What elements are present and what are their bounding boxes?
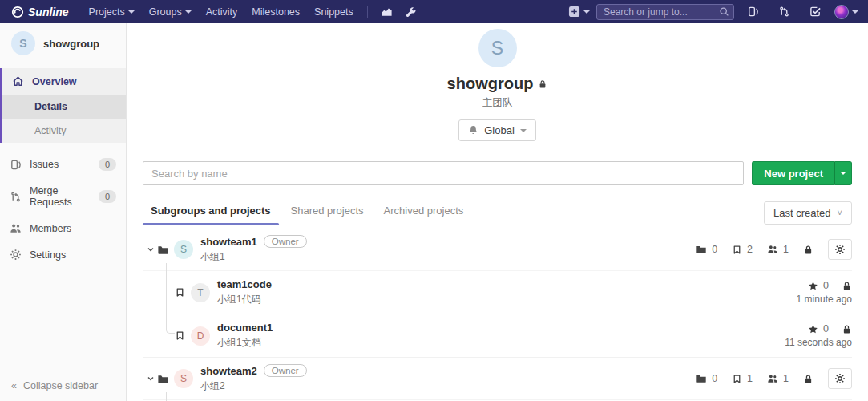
group-avatar: S [478,29,517,67]
global-search-input[interactable] [596,4,734,20]
projects-count[interactable]: 1 [732,373,753,384]
group-block: S showteam2 Owner 小组2 0 1 [143,357,852,401]
lock-icon [538,79,547,89]
area-chart-icon[interactable] [374,6,399,18]
group-row[interactable]: S showteam1 Owner 小组1 0 2 [143,229,852,270]
groups-list: S showteam1 Owner 小组1 0 2 [143,229,852,401]
folder-icon [696,244,707,255]
group-name-link[interactable]: showteam2 [200,365,257,377]
project-name-link[interactable]: team1code [217,278,272,290]
merge-requests-icon[interactable] [772,6,797,18]
members-count[interactable]: 1 [767,244,789,255]
bookmark-icon [175,287,185,298]
project-description: 小组1代码 [217,293,272,306]
tab-subgroups-and-projects[interactable]: Subgroups and projects [143,200,279,225]
project-avatar[interactable]: D [191,326,210,346]
plus-menu-icon[interactable] [568,6,590,18]
notification-setting-button[interactable]: Global [458,119,536,141]
group-avatar[interactable]: S [174,240,193,259]
page-title: showgroup [447,75,534,93]
app-logo[interactable]: Sunline [11,6,69,18]
new-project-split-button: New project [752,161,852,185]
subgroups-count[interactable]: 0 [696,373,717,384]
chevron-down-icon [520,129,527,132]
project-name-link[interactable]: document1 [217,322,273,334]
sidebar-overview-group: Overview Details Activity [0,68,126,143]
nav-milestones[interactable]: Milestones [244,6,307,18]
new-project-dropdown-button[interactable] [834,161,852,185]
group-description: 主团队 [143,96,852,110]
tab-shared-projects[interactable]: Shared projects [283,200,372,225]
nav-snippets[interactable]: Snippets [307,6,361,18]
issues-icon[interactable] [741,6,765,18]
bell-icon [468,125,478,136]
filter-by-name-input[interactable] [143,161,744,185]
tab-archived-projects[interactable]: Archived projects [376,200,472,225]
sidebar-item-settings[interactable]: Settings [0,241,126,268]
project-description: 小组1文档 [217,336,273,350]
subgroups-count[interactable]: 0 [696,244,717,255]
sidebar-item-merge-requests[interactable]: Merge Requests 0 [0,178,126,215]
group-children: T team1code 小组1代码 0 1 minute ago D docum… [143,270,852,357]
chevron-down-icon [852,10,858,14]
group-settings-button[interactable] [828,239,852,260]
sidebar-item-members[interactable]: Members [0,215,126,241]
user-menu[interactable] [834,5,858,19]
members-count[interactable]: 1 [767,373,789,384]
chevron-down-icon[interactable] [146,245,155,254]
sidebar-item-overview[interactable]: Overview [2,68,126,95]
projects-count[interactable]: 2 [732,244,753,255]
group-block: S showteam1 Owner 小组1 0 2 [143,229,852,357]
sidebar-item-details[interactable]: Details [2,95,126,119]
group-settings-button[interactable] [828,368,852,389]
folder-open-icon [157,373,169,385]
wrench-icon[interactable] [399,6,423,18]
nav-activity[interactable]: Activity [199,6,245,18]
members-icon [10,222,22,234]
home-icon [12,75,24,87]
lock-icon [842,324,852,334]
chevron-down-icon[interactable] [146,374,155,383]
sidebar-group-avatar: S [11,31,35,55]
sidebar-group-header[interactable]: S showgroup [0,23,126,65]
members-icon [767,244,778,255]
sunline-logo-icon [11,6,24,18]
todos-icon[interactable] [803,6,828,18]
issues-count-badge: 0 [99,158,116,171]
navbar-divider [367,6,368,18]
project-row[interactable]: D document1 小组1文档 0 11 seconds ago [143,314,852,357]
search-icon [719,6,729,17]
collapse-sidebar-button[interactable]: « Collapse sidebar [0,371,126,401]
stars-count[interactable]: 0 [808,280,829,291]
main-content: S showgroup 主团队 Global New project Subgr… [127,23,868,401]
left-sidebar: S showgroup Overview Details Activity Is… [0,23,127,401]
group-header: S showgroup 主团队 Global [143,23,852,141]
star-icon [808,281,818,291]
bookmark-icon [732,374,742,384]
last-updated: 11 seconds ago [785,337,852,348]
group-row[interactable]: S showteam2 Owner 小组2 0 1 [143,358,852,399]
sidebar-item-activity[interactable]: Activity [2,119,126,143]
tabs-row: Subgroups and projects Shared projects A… [143,200,852,225]
app-logo-text: Sunline [28,6,69,18]
project-row[interactable]: T team1code 小组1代码 0 1 minute ago [143,270,852,314]
sort-dropdown[interactable]: Last created ˅ [764,201,852,225]
stars-count[interactable]: 0 [808,323,829,334]
last-updated: 1 minute ago [797,294,852,305]
sidebar-item-issues[interactable]: Issues 0 [0,151,126,178]
merge-requests-icon [10,191,22,203]
user-avatar [834,5,849,19]
chevron-down-icon: ˅ [838,209,842,217]
members-icon [767,373,778,384]
project-avatar[interactable]: T [191,283,210,302]
owner-badge: Owner [264,364,307,377]
double-chevron-left-icon: « [11,380,17,391]
chevron-down-icon [840,172,846,175]
nav-groups[interactable]: Groups [142,6,199,18]
group-avatar[interactable]: S [174,369,193,388]
nav-projects[interactable]: Projects [82,6,142,18]
new-project-button[interactable]: New project [752,161,834,185]
group-description: 小组2 [200,379,307,393]
group-name-link[interactable]: showteam1 [200,236,257,248]
folder-open-icon [157,244,169,256]
